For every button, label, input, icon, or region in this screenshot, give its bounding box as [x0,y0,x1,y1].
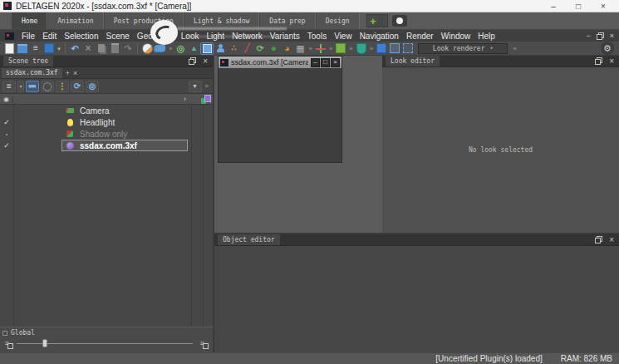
menu-navigation[interactable]: Navigation [360,32,399,41]
add-tab-dropdown-icon[interactable] [381,14,388,27]
mdi-restore-icon[interactable] [597,32,604,40]
overflow-chevron-icon[interactable]: » [513,45,516,52]
snap-points-icon[interactable] [227,42,240,55]
minimize-button[interactable]: – [541,0,566,12]
menu-file[interactable]: File [22,32,35,41]
menu-window[interactable]: Window [441,32,471,41]
mdi-close-icon[interactable]: × [610,32,614,40]
tree-node-label[interactable]: Headlight [80,118,115,127]
close-button[interactable]: × [591,0,616,12]
overflow-chevron-icon[interactable]: » [370,45,373,52]
tree-node-label[interactable]: Shadow only [80,130,127,139]
menu-help[interactable]: Help [478,32,495,41]
maximize-button[interactable]: □ [321,58,330,67]
new-file-icon[interactable] [2,42,16,55]
material-shield-icon[interactable] [355,42,368,55]
float-panel-icon[interactable] [189,57,196,65]
wireframe-mode-icon[interactable] [388,42,401,55]
shaded-mode-icon[interactable] [375,42,388,55]
settings-gear-icon[interactable] [601,42,614,55]
expand-box-icon[interactable] [2,331,7,336]
zoom-select-icon[interactable] [174,42,187,55]
geometry-material-column-icon[interactable] [201,95,211,104]
undo-icon[interactable] [68,42,81,55]
overflow-chevron-icon[interactable]: » [169,45,172,52]
scene-tree-title[interactable]: Scene tree [3,56,53,66]
overflow-chevron-icon[interactable]: » [349,45,352,52]
tree-row-shadow-only[interactable]: • Shadow only [0,128,213,140]
float-panel-icon[interactable] [595,57,602,65]
overflow-chevron-icon[interactable]: » [205,82,209,90]
timeline-slider-handle[interactable] [42,339,47,347]
tree-row-camera[interactable]: Camera [0,105,213,116]
tree-node-label[interactable]: ssdax.com.3xf [80,141,137,150]
expand-column-icon[interactable] [184,95,186,103]
camera-viewport-window[interactable]: ssdax.com.3xf [Camera] – □ × [218,56,342,163]
save-dropdown-icon[interactable] [56,42,62,55]
close-panel-icon[interactable]: × [203,57,208,65]
globe-icon[interactable] [41,81,54,92]
delete-icon[interactable] [81,42,95,55]
tree-row-headlight[interactable]: ✓ Headlight [0,116,213,128]
tree-row-ssdax[interactable]: ✓ ssdax.com.3xf [0,140,213,151]
visibility-checkbox[interactable]: • [0,131,13,137]
menu-edit[interactable]: Edit [42,32,56,41]
visibility-checkbox[interactable]: ✓ [0,118,13,126]
viewport-window-titlebar[interactable]: ssdax.com.3xf [Camera] – □ × [219,57,341,68]
geometry-cube-icon[interactable] [334,42,347,55]
import-hierarchy-icon[interactable] [29,42,42,55]
redo-icon[interactable] [121,42,135,55]
search-scene-icon[interactable] [86,81,99,92]
save-icon[interactable] [42,42,56,55]
look-renderer-dropdown[interactable]: Look renderer [418,43,508,54]
copy-icon[interactable] [95,42,108,55]
close-panel-icon[interactable]: × [609,236,614,243]
maximize-button[interactable]: □ [566,0,591,12]
axes-manipulator-icon[interactable] [314,42,327,55]
cone-select-icon[interactable] [187,42,200,55]
rectangle-select-icon[interactable] [200,42,214,55]
object-editor-title[interactable]: Object editor [218,234,280,245]
rotate-tool-icon[interactable] [253,42,267,55]
ribbon-tab-data-prep[interactable]: Data prep [259,12,315,29]
measure-tool-icon[interactable] [240,42,253,55]
minimize-button[interactable]: – [311,58,320,67]
sphere-tool-icon[interactable] [267,42,280,55]
float-panel-icon[interactable] [595,236,602,243]
viewport-canvas[interactable] [219,68,341,162]
variant-dots-icon[interactable] [56,81,69,92]
add-scene-tab-icon[interactable]: + [66,69,70,77]
analysis-pie-icon[interactable] [280,42,293,55]
close-button[interactable]: × [331,58,340,67]
menu-render[interactable]: Render [406,32,434,41]
keyframe-list-left-icon[interactable]: ≡ [2,339,12,348]
open-file-icon[interactable] [16,42,29,55]
tree-menu-icon[interactable] [2,81,16,92]
grid-toggle-icon[interactable] [293,42,307,55]
ribbon-tab-home[interactable]: Home [12,12,47,29]
menu-tools[interactable]: Tools [307,32,327,41]
tree-view-icon[interactable] [26,81,39,92]
tree-menu-dropdown-icon[interactable] [17,81,24,92]
hidden-line-mode-icon[interactable] [401,42,415,55]
visibility-checkbox[interactable]: ✓ [0,141,13,150]
avatar-mode-icon[interactable] [214,42,227,55]
ribbon-tab-design[interactable]: Design [316,12,360,29]
close-panel-icon[interactable]: × [609,57,614,65]
filter-funnel-icon[interactable] [189,81,202,92]
viewport-area[interactable]: ssdax.com.3xf [Camera] – □ × [214,56,382,233]
overflow-chevron-icon[interactable]: » [308,45,312,52]
tree-node-label[interactable]: Camera [80,106,110,116]
menu-view[interactable]: View [334,32,352,41]
paste-icon[interactable] [108,42,121,55]
scene-document-tab[interactable]: ssdax.com.3xf [2,68,62,78]
overflow-chevron-icon[interactable]: » [329,45,332,52]
refresh-icon[interactable] [71,81,84,92]
menu-selection[interactable]: Selection [64,32,98,41]
ribbon-tab-animation[interactable]: Animation [47,12,103,29]
ribbon-tab-light-shadow[interactable]: Light & shadow [184,12,259,29]
keyframe-list-right-icon[interactable]: ≡ [197,339,208,348]
visibility-eye-icon[interactable] [0,96,13,103]
mdi-minimize-icon[interactable]: − [586,32,590,40]
record-pin-button[interactable] [392,15,407,27]
